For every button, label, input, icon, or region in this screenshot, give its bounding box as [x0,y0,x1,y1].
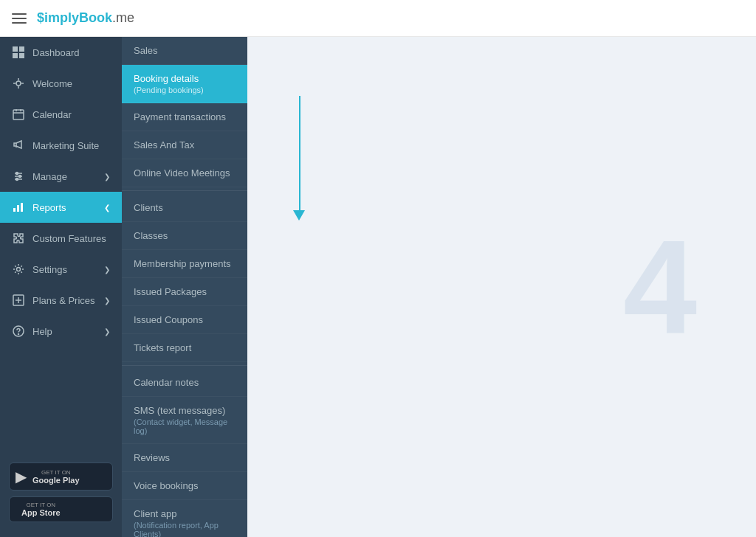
chevron-right-help-icon: ❯ [104,328,110,336]
svg-point-4 [16,81,21,86]
svg-point-19 [16,179,18,181]
main-layout: Dashboard Welcome [0,37,756,537]
svg-rect-22 [21,203,23,212]
sidebar-item-settings[interactable]: Settings ❯ [0,254,122,285]
big-number: 4 [623,221,697,353]
hamburger-menu[interactable] [12,13,27,24]
sidebar-label-settings: Settings [32,264,67,275]
app-store-button[interactable]: GET IT ON App Store [9,496,113,522]
sidebar-bottom: ▶ GET IT ON Google Play GET IT ON App St… [0,454,122,537]
sms-sub: (Contact widget, Message log) [134,418,236,435]
main-content: 4 [247,37,756,537]
google-play-button[interactable]: ▶ GET IT ON Google Play [9,462,113,491]
sidebar-item-reports[interactable]: Reports ❮ [0,192,122,223]
megaphone-icon [12,139,25,152]
reports-item-classes[interactable]: Classes [122,222,247,250]
question-icon [12,325,25,338]
chevron-right-plans-icon: ❯ [104,297,110,305]
svg-point-23 [17,268,21,271]
reports-item-issued-packages[interactable]: Issued Packages [122,278,247,306]
sidebar-label-help: Help [32,326,52,337]
sidebar-label-dashboard: Dashboard [32,47,80,58]
reports-divider-1 [122,190,247,191]
chevron-right-icon: ❯ [104,173,110,181]
reports-item-client-app[interactable]: Client app (Notification report, App Cli… [122,500,247,537]
app-store-top-text: GET IT ON [21,502,61,508]
svg-rect-20 [13,208,16,212]
reports-item-online-video[interactable]: Online Video Meetings [122,159,247,187]
svg-rect-21 [17,205,19,212]
sidebar-label-reports: Reports [32,202,66,213]
reports-item-sms[interactable]: SMS (text messages) (Contact widget, Mes… [122,397,247,444]
gear-icon [12,263,25,276]
svg-rect-2 [13,53,18,58]
sidebar-label-marketing: Marketing Suite [32,140,99,151]
bar-chart-icon [12,201,25,214]
top-header: $implyBook.me [0,0,756,37]
reports-item-reviews[interactable]: Reviews [122,444,247,472]
arrow-line [299,96,300,214]
sidebar-item-dashboard[interactable]: Dashboard [0,37,122,68]
sidebar-item-custom-features[interactable]: Custom Features [0,223,122,254]
sidebar-label-manage: Manage [32,171,67,182]
sidebar-label-plans-prices: Plans & Prices [32,295,95,306]
google-play-main-text: Google Play [32,476,80,485]
svg-rect-0 [13,46,18,52]
grid-icon [12,46,25,59]
star-icon [12,77,25,90]
calendar-icon [12,108,25,121]
booking-details-sub: (Pending bookings) [134,86,236,94]
app-store-main-text: App Store [21,508,61,517]
sidebar-label-custom-features: Custom Features [32,233,106,244]
reports-item-calendar-notes[interactable]: Calendar notes [122,369,247,397]
arrow-annotation [288,96,310,243]
tag-icon [12,294,25,307]
sidebar-item-help[interactable]: Help ❯ [0,316,122,347]
sidebar: Dashboard Welcome [0,37,122,537]
sidebar-item-marketing[interactable]: Marketing Suite [0,130,122,161]
reports-panel: Sales Booking details (Pending bookings)… [122,37,247,537]
reports-item-membership-payments[interactable]: Membership payments [122,250,247,278]
reports-item-voice-bookings[interactable]: Voice bookings [122,472,247,500]
reports-divider-2 [122,365,247,366]
puzzle-icon [12,232,25,245]
svg-point-28 [18,334,19,335]
sliders-icon [12,170,25,183]
sidebar-label-calendar: Calendar [32,109,72,120]
reports-item-clients[interactable]: Clients [122,194,247,222]
google-play-icon: ▶ [16,468,27,485]
arrow-head [293,210,305,221]
google-play-top-text: GET IT ON [32,469,80,476]
svg-point-15 [16,173,18,175]
reports-item-payment-transactions[interactable]: Payment transactions [122,103,247,131]
logo: $implyBook.me [37,10,134,26]
svg-rect-1 [19,46,24,52]
sidebar-item-plans-prices[interactable]: Plans & Prices ❯ [0,285,122,316]
client-app-sub: (Notification report, App Clients) [134,521,236,537]
sidebar-item-manage[interactable]: Manage ❯ [0,161,122,192]
sidebar-label-welcome: Welcome [32,78,72,89]
sidebar-item-welcome[interactable]: Welcome [0,68,122,99]
svg-rect-9 [13,110,24,119]
sidebar-item-calendar[interactable]: Calendar [0,99,122,130]
reports-item-issued-coupons[interactable]: Issued Coupons [122,306,247,334]
chevron-right-settings-icon: ❯ [104,266,110,274]
reports-item-booking-details[interactable]: Booking details (Pending bookings) [122,65,247,103]
chevron-left-icon: ❮ [104,204,110,212]
reports-item-tickets-report[interactable]: Tickets report [122,334,247,362]
reports-item-sales-and-tax[interactable]: Sales And Tax [122,131,247,159]
reports-item-sales[interactable]: Sales [122,37,247,65]
svg-point-17 [19,176,21,178]
svg-rect-3 [19,53,24,58]
